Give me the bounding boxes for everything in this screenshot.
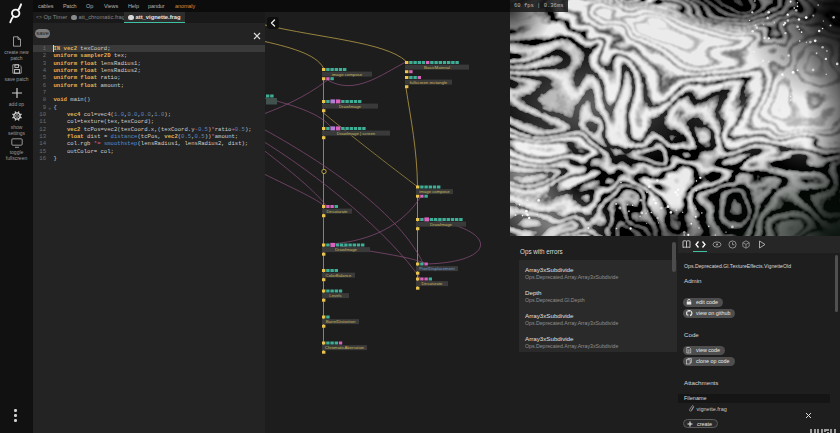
- svg-text:DrawImage | screen: DrawImage | screen: [337, 131, 376, 136]
- svg-text:Levels: Levels: [329, 293, 341, 298]
- svg-text:Desaturate: Desaturate: [421, 281, 443, 286]
- svg-text:ChromaticAberration: ChromaticAberration: [325, 345, 365, 350]
- svg-text:DrawImage: DrawImage: [339, 104, 362, 109]
- svg-text:ColorBalance: ColorBalance: [326, 273, 352, 278]
- svg-text:fullscreen rectangle: fullscreen rectangle: [410, 80, 448, 85]
- svg-text:PixelDisplacement: PixelDisplacement: [419, 266, 455, 271]
- svg-text:BarrelDistortion: BarrelDistortion: [326, 319, 356, 324]
- svg-text:Desaturate: Desaturate: [326, 209, 348, 214]
- svg-text:DrawImage: DrawImage: [430, 222, 453, 227]
- svg-text:DrawImage: DrawImage: [335, 247, 358, 252]
- svg-text:image compose: image compose: [332, 72, 363, 77]
- svg-text:image compose: image compose: [419, 189, 450, 194]
- svg-text:BasicMaterial: BasicMaterial: [424, 65, 450, 70]
